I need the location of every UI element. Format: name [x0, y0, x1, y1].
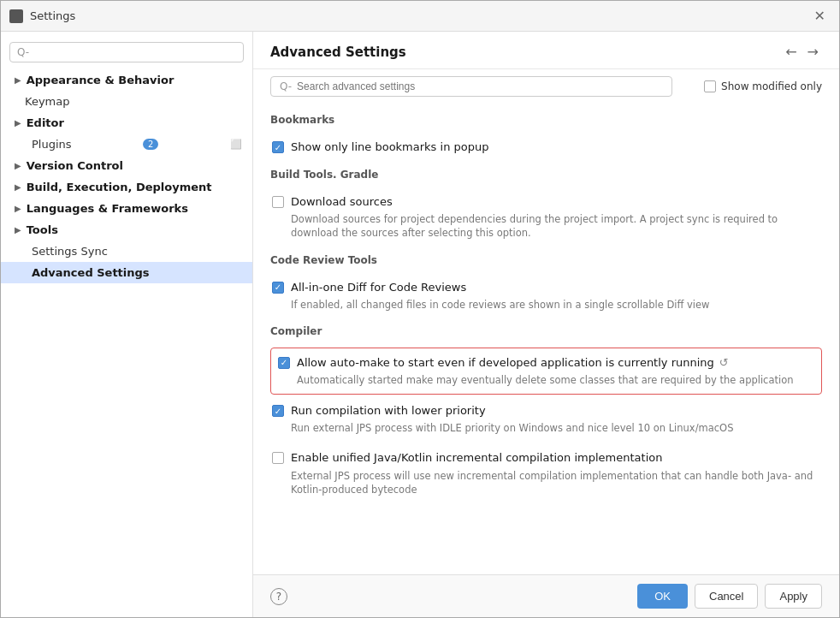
- titlebar: Settings ✕: [1, 1, 839, 32]
- setting-show-bookmarks: Show only line bookmarks in popup: [270, 136, 822, 158]
- setting-text-auto-make: Allow auto-make to start even if develop…: [297, 355, 814, 387]
- setting-label-bookmarks: Show only line bookmarks in popup: [291, 140, 820, 155]
- show-modified-checkbox[interactable]: [704, 80, 716, 92]
- nav-forward-button[interactable]: →: [804, 42, 822, 62]
- window-title: Settings: [30, 9, 75, 22]
- sidebar-search-input[interactable]: [34, 46, 236, 58]
- setting-enable-unified: Enable unified Java/Kotlin incremental c…: [270, 447, 822, 499]
- sidebar-item-plugins[interactable]: Plugins 2 ⬜: [1, 134, 252, 155]
- chevron-right-icon: ▶: [15, 118, 21, 128]
- setting-desc-download: Download sources for project dependencie…: [291, 212, 820, 240]
- download-sources-checkbox[interactable]: [272, 196, 284, 208]
- all-in-one-diff-checkbox[interactable]: [272, 282, 284, 294]
- main-toolbar: Q- Show modified only: [253, 69, 839, 104]
- sidebar-item-label: Keymap: [25, 95, 69, 108]
- sidebar-item-label: Advanced Settings: [32, 266, 150, 279]
- plugins-badge: 2: [143, 139, 158, 150]
- sidebar-item-appearance[interactable]: ▶ Appearance & Behavior: [1, 69, 252, 91]
- chevron-right-icon: ▶: [15, 161, 21, 170]
- sidebar-item-version-control[interactable]: ▶ Version Control: [1, 155, 252, 176]
- setting-text-gradle: Download sources Download sources for pr…: [291, 194, 820, 240]
- app-icon: [9, 9, 23, 23]
- help-button[interactable]: ?: [270, 588, 287, 605]
- sidebar-search-icon: Q-: [17, 46, 29, 58]
- settings-search-bar[interactable]: Q-: [270, 76, 672, 97]
- section-compiler-title: Compiler: [270, 325, 822, 341]
- show-bookmarks-checkbox[interactable]: [272, 141, 284, 153]
- page-title: Advanced Settings: [270, 45, 406, 60]
- setting-all-in-one-diff: All-in-one Diff for Code Reviews If enab…: [270, 276, 822, 315]
- setting-run-compilation: Run compilation with lower priority Run …: [270, 400, 822, 438]
- setting-desc-auto-make: Automatically started make may eventuall…: [297, 373, 814, 387]
- setting-label-compilation: Run compilation with lower priority: [291, 403, 820, 419]
- allow-auto-make-checkbox[interactable]: [278, 357, 290, 369]
- sidebar: Q- ▶ Appearance & Behavior Keymap ▶ Edit…: [1, 32, 253, 617]
- sidebar-item-label: Editor: [27, 116, 64, 129]
- setting-desc-diff: If enabled, all changed files in code re…: [291, 298, 820, 312]
- setting-text-compilation: Run compilation with lower priority Run …: [291, 403, 820, 435]
- setting-text-bookmarks: Show only line bookmarks in popup: [291, 140, 820, 155]
- content-area: Q- ▶ Appearance & Behavior Keymap ▶ Edit…: [1, 32, 839, 617]
- main-header: Advanced Settings ← →: [253, 32, 839, 69]
- titlebar-left: Settings: [9, 9, 75, 23]
- ok-button[interactable]: OK: [637, 584, 688, 609]
- sidebar-item-languages[interactable]: ▶ Languages & Frameworks: [1, 198, 252, 219]
- run-compilation-checkbox[interactable]: [272, 405, 284, 417]
- close-button[interactable]: ✕: [809, 6, 831, 26]
- sidebar-item-label: Settings Sync: [32, 245, 108, 258]
- sidebar-item-tools[interactable]: ▶ Tools: [1, 219, 252, 241]
- chevron-right-icon: ▶: [15, 204, 21, 213]
- sidebar-item-label: Plugins: [32, 138, 72, 151]
- nav-arrows: ← →: [782, 42, 822, 62]
- sidebar-item-advanced-settings[interactable]: Advanced Settings: [1, 262, 252, 283]
- sidebar-item-settings-sync[interactable]: Settings Sync: [1, 241, 252, 262]
- sidebar-item-label: Languages & Frameworks: [27, 202, 188, 215]
- settings-content: Bookmarks Show only line bookmarks in po…: [253, 104, 839, 574]
- section-bookmarks-title: Bookmarks: [270, 114, 822, 129]
- sidebar-item-label: Appearance & Behavior: [27, 74, 175, 86]
- setting-label-auto-make: Allow auto-make to start even if develop…: [297, 355, 814, 371]
- setting-text-unified: Enable unified Java/Kotlin incremental c…: [291, 450, 820, 496]
- settings-window: Settings ✕ Q- ▶ Appearance & Behavior Ke…: [0, 0, 840, 618]
- settings-search-input[interactable]: [297, 80, 663, 92]
- sidebar-search-box[interactable]: Q-: [9, 42, 244, 62]
- section-gradle-title: Build Tools. Gradle: [270, 169, 822, 184]
- chevron-right-icon: ▶: [15, 182, 21, 192]
- section-code-review-title: Code Review Tools: [270, 254, 822, 270]
- setting-allow-auto-make: Allow auto-make to start even if develop…: [270, 348, 822, 395]
- sidebar-item-label: Build, Execution, Deployment: [27, 181, 212, 193]
- setting-desc-compilation: Run external JPS process with IDLE prior…: [291, 421, 820, 435]
- show-modified-label: Show modified only: [721, 80, 822, 92]
- restore-icon: ⬜: [230, 139, 242, 150]
- sidebar-item-editor[interactable]: ▶ Editor: [1, 112, 252, 134]
- bottom-bar: ? OK Cancel Apply: [253, 574, 839, 617]
- cancel-button[interactable]: Cancel: [695, 584, 758, 609]
- reset-icon[interactable]: ↺: [719, 355, 729, 371]
- setting-download-sources: Download sources Download sources for pr…: [270, 191, 822, 243]
- setting-label-diff: All-in-one Diff for Code Reviews: [291, 280, 820, 295]
- bottom-buttons: OK Cancel Apply: [637, 584, 822, 609]
- setting-desc-unified: External JPS process will use new increm…: [291, 469, 820, 496]
- setting-text-diff: All-in-one Diff for Code Reviews If enab…: [291, 280, 820, 312]
- sidebar-item-label: Version Control: [27, 159, 123, 172]
- sidebar-item-build[interactable]: ▶ Build, Execution, Deployment: [1, 176, 252, 198]
- apply-button[interactable]: Apply: [765, 584, 822, 609]
- search-icon: Q-: [280, 80, 292, 92]
- nav-back-button[interactable]: ←: [782, 42, 800, 62]
- setting-label-unified: Enable unified Java/Kotlin incremental c…: [291, 450, 820, 466]
- setting-label-download: Download sources: [291, 194, 820, 210]
- show-modified-container: Show modified only: [704, 80, 822, 92]
- sidebar-item-keymap[interactable]: Keymap: [1, 91, 252, 112]
- chevron-right-icon: ▶: [15, 75, 21, 85]
- chevron-right-icon: ▶: [15, 225, 21, 235]
- enable-unified-checkbox[interactable]: [272, 452, 284, 464]
- main-panel: Advanced Settings ← → Q- Show modified o…: [253, 32, 839, 617]
- sidebar-item-label: Tools: [27, 223, 58, 236]
